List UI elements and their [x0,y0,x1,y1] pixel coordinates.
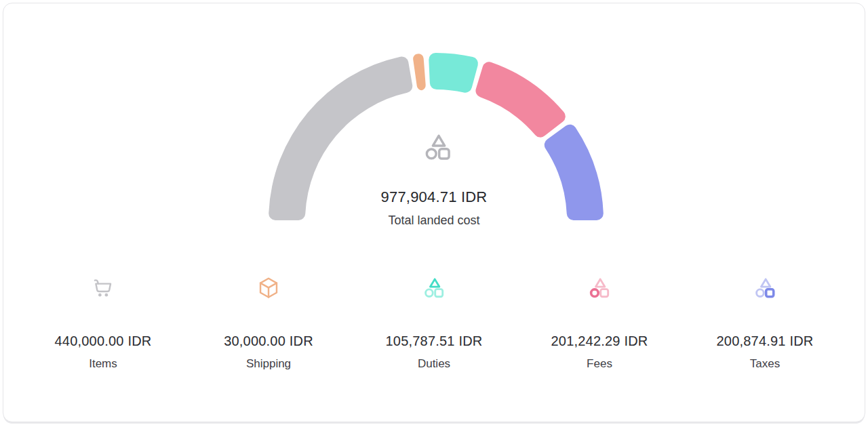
item-label: Shipping [246,357,291,371]
shapes-triangle-icon [422,276,446,300]
total-landed-cost-label: Total landed cost [3,212,865,229]
breakdown-item-duties: 105,787.51 IDR Duties [351,276,517,371]
gauge-segment-duties [429,53,478,93]
shapes-icon [422,131,454,163]
item-label: Fees [587,357,612,371]
item-label: Items [89,357,117,371]
item-value: 105,787.51 IDR [386,333,483,348]
breakdown-item-shipping: 30,000.00 IDR Shipping [186,276,351,371]
item-value: 200,874.91 IDR [717,333,814,348]
breakdown-row: 440,000.00 IDR Items 30,000.00 IDR Shipp… [20,276,848,371]
item-value: 440,000.00 IDR [55,333,152,348]
breakdown-item-fees: 201,242.29 IDR Fees [517,276,682,371]
breakdown-item-taxes: 200,874.91 IDR Taxes [682,276,848,371]
gauge-segment-fees [475,62,565,137]
item-label: Taxes [750,357,780,371]
package-icon [256,276,281,300]
cart-icon [91,276,115,300]
landed-cost-card: 977,904.71 IDR Total landed cost 440,000… [3,3,865,422]
shapes-circle-icon [587,276,612,300]
total-landed-cost-value: 977,904.71 IDR [3,188,865,206]
item-label: Duties [418,357,450,371]
item-value: 201,242.29 IDR [551,333,648,348]
gauge-segment-shipping [413,54,426,90]
shapes-square-icon [753,276,777,300]
item-value: 30,000.00 IDR [224,333,313,348]
breakdown-item-items: 440,000.00 IDR Items [20,276,186,371]
